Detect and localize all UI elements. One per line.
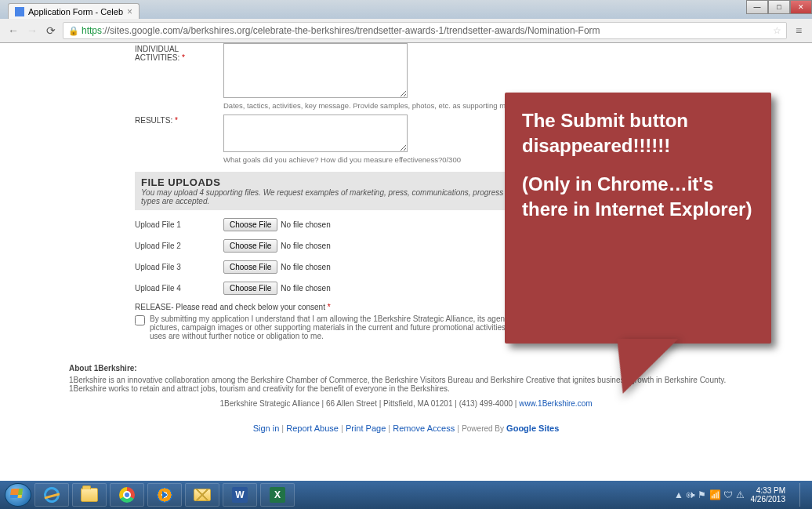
footer-address: 1Berkshire Strategic Alliance | 66 Allen… (69, 399, 743, 408)
clock-date: 4/26/2013 (751, 495, 786, 504)
favicon-icon (15, 7, 24, 16)
print-page-link[interactable]: Print Page (346, 424, 386, 433)
callout-line-2: (Only in Chrome…it's there in Internet E… (522, 172, 754, 223)
lock-icon: 🔒 (68, 26, 79, 36)
chrome-icon (119, 487, 135, 503)
upload-3-label: Upload File 3 (135, 263, 223, 271)
address-bar[interactable]: 🔒 https://sites.google.com/a/berkshires.… (63, 22, 787, 39)
url-rest: ://sites.google.com/a/berkshires.org/cel… (102, 25, 600, 36)
google-sites-footer: Sign in | Report Abuse | Print Page | Re… (0, 419, 812, 438)
chrome-menu-button[interactable]: ≡ (792, 24, 806, 38)
media-player-icon (157, 487, 172, 503)
taskbar-explorer[interactable] (72, 483, 107, 507)
taskbar-chrome[interactable] (110, 483, 144, 507)
annotation-callout: The Submit button disappeared!!!!!! (Onl… (505, 93, 771, 344)
excel-icon: X (270, 487, 285, 503)
outlook-icon (194, 489, 211, 501)
windows-taskbar: W X ▲ 🕪 ⚑ 📶 🛡 ⚠ 4:33 PM 4/26/2013 (0, 481, 812, 509)
results-textarea[interactable] (223, 115, 408, 152)
taskbar-clock[interactable]: 4:33 PM 4/26/2013 (751, 486, 789, 504)
word-icon: W (232, 487, 248, 503)
taskbar-word[interactable]: W (223, 483, 257, 507)
minimize-button[interactable]: — (746, 0, 768, 14)
activities-textarea[interactable] (223, 43, 408, 98)
forward-button: → (25, 24, 39, 38)
results-label: RESULTS: * (135, 115, 223, 125)
maximize-button[interactable]: □ (768, 0, 790, 14)
tab-close-icon[interactable]: × (127, 6, 132, 17)
close-window-button[interactable]: ✕ (790, 0, 812, 14)
remove-access-link[interactable]: Remove Access (393, 424, 455, 433)
start-button[interactable] (5, 483, 31, 507)
taskbar-media-player[interactable] (147, 483, 182, 507)
show-desktop-button[interactable] (799, 483, 807, 507)
bookmark-star-icon[interactable]: ☆ (773, 25, 781, 36)
browser-chrome: Application Form - Celeb × ← → ⟳ 🔒 https… (0, 0, 812, 43)
system-tray: ▲ 🕪 ⚑ 📶 🛡 ⚠ 4:33 PM 4/26/2013 (674, 483, 807, 507)
footer-link[interactable]: www.1Berkshire.com (519, 399, 592, 408)
google-sites-link[interactable]: Google Sites (506, 424, 559, 433)
ie-icon (42, 485, 61, 504)
file-status-3: No file chosen (281, 263, 330, 271)
upload-4-label: Upload File 4 (135, 284, 223, 293)
powered-by-text: Powered By (462, 424, 504, 433)
back-button[interactable]: ← (6, 24, 20, 38)
window-controls: — □ ✕ (746, 0, 812, 14)
callout-line-1: The Submit button disappeared!!!!!! (522, 108, 754, 159)
choose-file-button-3[interactable]: Choose File (223, 260, 277, 274)
upload-1-label: Upload File 1 (135, 220, 223, 229)
choose-file-button-1[interactable]: Choose File (223, 218, 277, 231)
release-checkbox[interactable] (135, 315, 145, 325)
file-status-2: No file chosen (281, 242, 330, 250)
tab-bar: Application Form - Celeb × (0, 0, 812, 19)
url-scheme: https (82, 25, 102, 36)
browser-tab[interactable]: Application Form - Celeb × (8, 3, 140, 19)
folder-icon (81, 488, 98, 502)
activities-label: INDIVIDUAL ACTIVITIES: * (135, 43, 223, 62)
report-abuse-link[interactable]: Report Abuse (286, 424, 339, 433)
taskbar-outlook[interactable] (185, 483, 219, 507)
reload-button[interactable]: ⟳ (44, 24, 58, 38)
taskbar-ie[interactable] (34, 483, 69, 507)
taskbar-excel[interactable]: X (260, 483, 295, 507)
file-status-1: No file chosen (281, 220, 330, 229)
choose-file-button-4[interactable]: Choose File (223, 282, 277, 295)
file-status-4: No file chosen (281, 284, 330, 293)
signin-link[interactable]: Sign in (253, 424, 280, 433)
address-bar-row: ← → ⟳ 🔒 https://sites.google.com/a/berks… (0, 19, 812, 42)
clock-time: 4:33 PM (751, 486, 786, 495)
tab-title: Application Form - Celeb (28, 7, 123, 16)
upload-2-label: Upload File 2 (135, 242, 223, 250)
tray-icons[interactable]: ▲ 🕪 ⚑ 📶 🛡 ⚠ (674, 489, 745, 500)
choose-file-button-2[interactable]: Choose File (223, 239, 277, 253)
